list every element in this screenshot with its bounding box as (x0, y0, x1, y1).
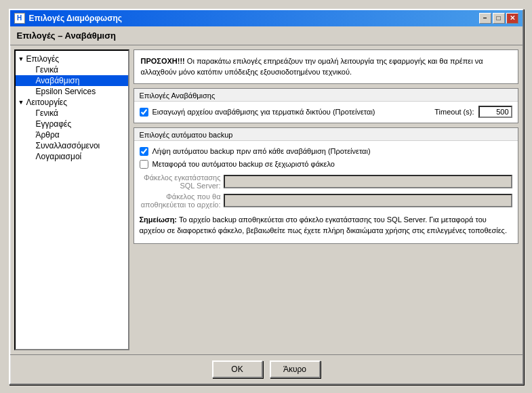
sidebar-item-upgrade[interactable]: Αναβάθμιση (16, 75, 128, 86)
warning-title: ΠΡΟΣΟΧΗ!!! (141, 57, 185, 65)
sidebar-item-epsilon[interactable]: Epsilon Services (16, 86, 128, 97)
folder-backup-label: Φάκελος που θααποθηκεύεται το αρχείο: (140, 192, 221, 209)
timeout-label: Timeout (s): (434, 108, 474, 116)
sidebar-item-general2[interactable]: Γενικά (16, 108, 128, 119)
sidebar-item-label: Αναβάθμιση (36, 76, 80, 85)
cancel-button[interactable]: Άκυρο (270, 360, 321, 378)
backup-checkbox1-label[interactable]: Λήψη αυτόματου backup πριν από κάθε αναβ… (152, 147, 371, 155)
backup-section-content: Λήψη αυτόματου backup πριν από κάθε αναβ… (134, 141, 518, 243)
arrow-icon: ▼ (18, 56, 26, 62)
close-button[interactable]: ✕ (506, 13, 518, 24)
note-bold: Σημείωση: (140, 215, 178, 224)
sidebar-item-label: Λειτουργίες (26, 98, 67, 107)
sidebar-item-options[interactable]: ▼ Επιλογές (16, 54, 128, 64)
upgrade-section-content: Εισαγωγή αρχείου αναβάθμισης για τερματι… (134, 102, 518, 123)
window-icon: H (14, 13, 25, 24)
backup-checkbox2[interactable] (140, 160, 148, 169)
backup-checkbox2-label[interactable]: Μεταφορά του αυτόματου backup σε ξεχωρισ… (152, 160, 335, 168)
backup-section-title: Επιλογές αυτόματου backup (134, 128, 518, 141)
folder-backup-input[interactable] (224, 194, 512, 207)
sidebar-item-label: Γενικά (36, 65, 58, 75)
folder-sql-label: Φάκελος εγκατάστασηςSQL Server: (140, 173, 221, 190)
maximize-button[interactable]: □ (493, 13, 505, 24)
sidebar-item-label: Εγγραφές (36, 119, 72, 129)
sidebar-item-label: Epsilon Services (36, 87, 96, 96)
bottom-bar: OK Άκυρο (10, 354, 523, 384)
page-header: Επιλογές – Αναβάθμιση (10, 26, 523, 45)
warning-box: ΠΡΟΣΟΧΗ!!! Οι παρακάτω επιλογές επηρεάζο… (134, 49, 518, 84)
title-controls: – □ ✕ (479, 13, 518, 24)
sidebar-item-label: Γενικά (36, 108, 58, 118)
timeout-row: Timeout (s): (434, 106, 512, 118)
backup-checkbox1-row: Λήψη αυτόματου backup πριν από κάθε αναβ… (140, 145, 512, 158)
upgrade-checkbox[interactable] (140, 108, 148, 117)
timeout-input[interactable] (478, 106, 512, 118)
note-text: Σημείωση: Το αρχείο backup αποθηκεύεται … (140, 211, 512, 239)
sidebar-item-general1[interactable]: Γενικά (16, 64, 128, 75)
folder-sql-row: Φάκελος εγκατάστασηςSQL Server: (140, 173, 512, 190)
arrow-icon: ▼ (18, 99, 26, 106)
window-title: Επιλογές Διαμόρφωσης (29, 14, 123, 23)
sidebar-tree: ▼ Επιλογές Γενικά Αναβάθμιση Epsilon Ser… (14, 49, 129, 350)
ok-button[interactable]: OK (212, 360, 263, 378)
upgrade-options-section: Επιλογές Αναβάθμισης Εισαγωγή αρχείου αν… (134, 88, 518, 123)
main-panel: ΠΡΟΣΟΧΗ!!! Οι παρακάτω επιλογές επηρεάζο… (134, 49, 518, 350)
upgrade-checkbox-label[interactable]: Εισαγωγή αρχείου αναβάθμισης για τερματι… (152, 108, 375, 116)
upgrade-section-title: Επιλογές Αναβάθμισης (134, 89, 518, 102)
sidebar-item-label: Επιλογές (26, 54, 60, 64)
page-title: Επιλογές – Αναβάθμιση (17, 30, 117, 41)
sidebar-item-transactions[interactable]: Συναλλασσόμενοι (16, 140, 128, 151)
folder-sql-input[interactable] (224, 175, 512, 188)
title-bar: H Επιλογές Διαμόρφωσης – □ ✕ (10, 10, 523, 26)
note-content: Το αρχείο backup αποθηκεύεται στο φάκελο… (140, 215, 507, 235)
minimize-button[interactable]: – (479, 13, 491, 24)
sidebar-item-articles[interactable]: Άρθρα (16, 129, 128, 140)
content-area: ▼ Επιλογές Γενικά Αναβάθμιση Epsilon Ser… (10, 45, 523, 354)
backup-checkbox2-row: Μεταφορά του αυτόματου backup σε ξεχωρισ… (140, 158, 512, 171)
warning-text: Οι παρακάτω επιλογές επηρεάζουν την ομαλ… (141, 57, 483, 77)
sidebar-item-label: Λογαριασμοί (36, 152, 82, 161)
backup-options-section: Επιλογές αυτόματου backup Λήψη αυτόματου… (134, 127, 518, 244)
sidebar-item-label: Άρθρα (36, 130, 60, 140)
folder-backup-row: Φάκελος που θααποθηκεύεται το αρχείο: (140, 192, 512, 209)
upgrade-checkbox-row: Εισαγωγή αρχείου αναβάθμισης για τερματι… (140, 106, 512, 119)
sidebar-item-functions[interactable]: ▼ Λειτουργίες (16, 97, 128, 108)
sidebar-item-label: Συναλλασσόμενοι (36, 141, 100, 150)
main-window: H Επιλογές Διαμόρφωσης – □ ✕ Επιλογές – … (9, 9, 524, 385)
title-bar-left: H Επιλογές Διαμόρφωσης (14, 13, 123, 24)
upgrade-checkbox-container: Εισαγωγή αρχείου αναβάθμισης για τερματι… (140, 106, 375, 119)
sidebar-item-accounts[interactable]: Λογαριασμοί (16, 151, 128, 162)
backup-checkbox1[interactable] (140, 147, 148, 156)
sidebar-item-records[interactable]: Εγγραφές (16, 119, 128, 129)
